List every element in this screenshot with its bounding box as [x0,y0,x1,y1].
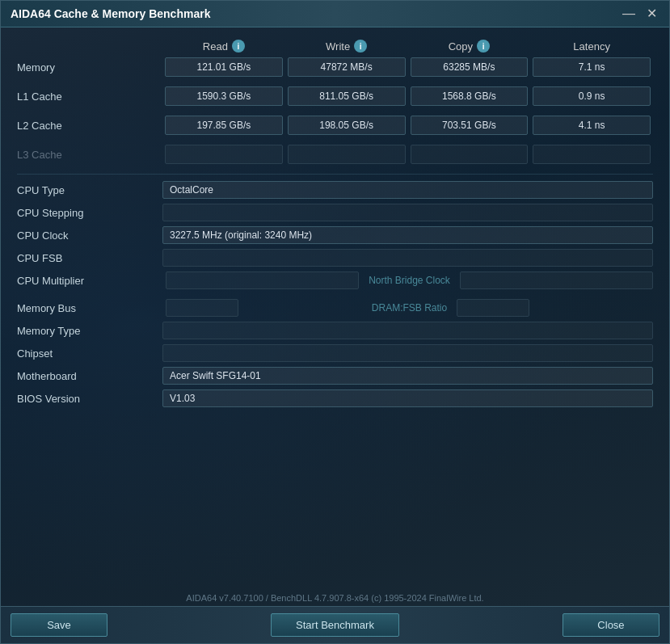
memory-type-row: Memory Type [17,322,653,339]
memory-bus-row: Memory Bus DRAM:FSB Ratio [17,299,653,317]
l2-read: 197.85 GB/s [165,116,283,135]
chipset-row: Chipset [17,344,653,362]
l1-copy: 1568.8 GB/s [411,86,529,106]
chipset-label: Chipset [17,347,162,360]
titlebar: AIDA64 Cache & Memory Benchmark — ✕ [1,1,669,27]
write-header: Write i [285,40,408,53]
l1-read: 1590.3 GB/s [165,86,283,106]
dram-fsb-label: DRAM:FSB Ratio [365,302,453,314]
memory-bus-label: Memory Bus [17,302,162,314]
footer-text: AIDA64 v7.40.7100 / BenchDLL 4.7.907.8-x… [1,588,669,606]
divider-1 [17,174,653,175]
memory-copy: 63285 MB/s [411,57,529,77]
cpu-stepping-value [162,204,653,221]
dram-fsb-value [457,299,529,317]
bios-value: V1.03 [162,389,653,407]
cpu-multiplier-row: CPU Multiplier North Bridge Clock [17,271,653,289]
memory-type-label: Memory Type [17,325,162,337]
l1-label: L1 Cache [17,90,162,103]
memory-write: 47872 MB/s [288,57,406,77]
cpu-type-value: OctalCore [162,181,653,199]
cpu-clock-row: CPU Clock 3227.5 MHz (original: 3240 MHz… [17,226,653,244]
memory-bus-value [166,299,238,317]
l1-latency: 0.9 ns [533,86,651,106]
north-bridge-value [460,271,653,289]
l3-write [288,145,406,164]
cpu-fsb-label: CPU FSB [17,252,162,264]
memory-read: 121.01 GB/s [165,57,283,77]
read-info-icon[interactable]: i [232,40,245,53]
bench-rows: Memory 121.01 GB/s 47872 MB/s 63285 MB/s… [17,57,653,164]
memory-type-value [162,322,653,339]
l2-write: 198.05 GB/s [288,116,406,135]
close-button-bar[interactable]: Close [563,613,659,637]
l2-label: L2 Cache [17,120,162,132]
column-headers: Read i Write i Copy i Latency [17,40,653,53]
main-content: Read i Write i Copy i Latency Memory 121… [1,27,669,588]
l1-write: 811.05 GB/s [288,86,406,106]
cpu-multiplier-label: CPU Multiplier [17,275,162,287]
latency-header: Latency [530,40,653,53]
copy-header: Copy i [408,40,531,53]
l3-label: L3 Cache [17,149,162,161]
motherboard-label: Motherboard [17,370,162,382]
cpu-fsb-row: CPU FSB [17,249,653,267]
cpu-clock-label: CPU Clock [17,229,162,242]
l3-read [165,145,283,164]
close-button[interactable]: ✕ [643,7,659,20]
north-bridge-label: North Bridge Clock [362,275,457,286]
l2-latency: 4.1 ns [533,116,651,135]
main-window: AIDA64 Cache & Memory Benchmark — ✕ Read… [0,0,670,644]
memory-row: Memory 121.01 GB/s 47872 MB/s 63285 MB/s… [17,57,653,77]
read-header: Read i [162,40,285,53]
cpu-multiplier-value [166,271,359,289]
bios-row: BIOS Version V1.03 [17,389,653,407]
button-bar: Save Start Benchmark Close [1,606,669,643]
info-section: CPU Type OctalCore CPU Stepping CPU Cloc… [17,181,653,407]
cpu-type-row: CPU Type OctalCore [17,181,653,199]
window-title: AIDA64 Cache & Memory Benchmark [11,7,210,20]
minimize-button[interactable]: — [621,7,637,20]
start-benchmark-button[interactable]: Start Benchmark [271,613,399,637]
l3-copy [411,145,529,164]
l2-cache-row: L2 Cache 197.85 GB/s 198.05 GB/s 703.51 … [17,116,653,135]
cpu-clock-value: 3227.5 MHz (original: 3240 MHz) [162,226,653,244]
motherboard-value: Acer Swift SFG14-01 [162,367,653,385]
l2-copy: 703.51 GB/s [411,116,529,135]
memory-latency: 7.1 ns [533,57,651,77]
save-button[interactable]: Save [11,613,107,637]
window-controls: — ✕ [621,7,659,20]
l3-cache-row: L3 Cache [17,145,653,164]
cpu-type-label: CPU Type [17,184,162,196]
write-info-icon[interactable]: i [354,40,367,53]
cpu-stepping-row: CPU Stepping [17,204,653,221]
motherboard-row: Motherboard Acer Swift SFG14-01 [17,367,653,385]
cpu-stepping-label: CPU Stepping [17,207,162,219]
l1-cache-row: L1 Cache 1590.3 GB/s 811.05 GB/s 1568.8 … [17,86,653,106]
chipset-value [162,344,653,362]
memory-label: Memory [17,61,162,74]
cpu-fsb-value [162,249,653,267]
bios-label: BIOS Version [17,393,162,405]
copy-info-icon[interactable]: i [477,40,490,53]
l3-latency [533,145,651,164]
